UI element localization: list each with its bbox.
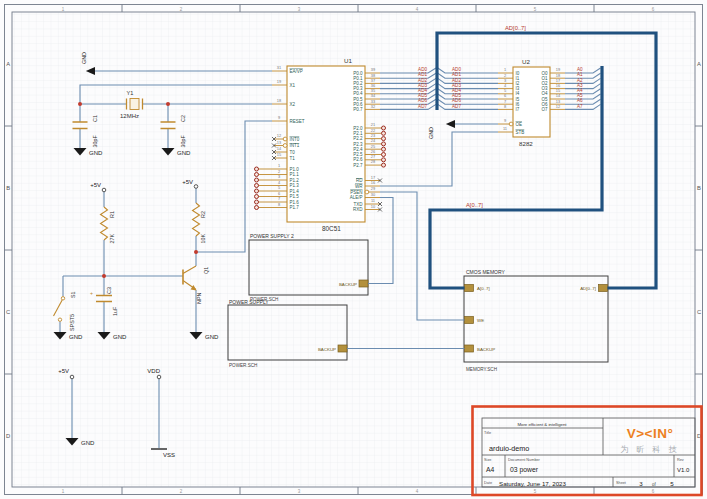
port-a-bus-label: A[0..7] <box>477 286 490 291</box>
u1-pin-name: WR <box>355 184 363 189</box>
u1-pin-name: X2 <box>290 102 296 107</box>
port-backup[interactable] <box>359 280 368 287</box>
capacitor-value: 30pF <box>92 135 98 148</box>
capacitor-value: 1uF <box>112 306 118 316</box>
plus5v-label: +5V <box>182 179 193 185</box>
net-label-ad7: AD7 <box>418 104 427 109</box>
u1-pin-name: INT1 <box>290 143 300 148</box>
u1-pin-name: T0 <box>290 150 296 155</box>
u1-pin-name: RXD <box>353 207 363 212</box>
u2-pin-number: 9 <box>504 118 506 123</box>
u2-pin-number: 12 <box>556 104 560 109</box>
u2-pin-name: I7 <box>516 107 520 112</box>
gnd-label: GND <box>177 150 191 156</box>
block-cmos-memory-title: CMOS MEMORY <box>466 269 505 275</box>
port-backup[interactable] <box>338 345 347 352</box>
plus5v-label: +5V <box>90 182 101 188</box>
u1-pin-number: 25 <box>371 144 375 149</box>
pin-terminal-icon <box>255 184 259 188</box>
net-label-a7: A7 <box>577 104 583 109</box>
vdd-label: VDD <box>147 368 160 374</box>
gnd-label: GND <box>81 52 87 64</box>
port-backup-label: BACKUP <box>477 347 495 352</box>
port-we[interactable] <box>465 317 474 324</box>
active-low-bubble-icon <box>283 137 287 141</box>
u1-pin-name: RESET <box>290 119 305 124</box>
pin-terminal-icon <box>382 163 386 167</box>
u1-pin-name: P1.0 <box>290 167 300 172</box>
zone-row-C: C <box>697 309 701 315</box>
block-power-supply-2-title: POWER SUPPLY 2 <box>250 233 294 239</box>
u1-pin-name: P1.4 <box>290 189 300 194</box>
vss-label: VSS <box>163 452 175 458</box>
u1-pin-name: RD <box>356 178 363 183</box>
plus5v-terminal <box>194 185 198 189</box>
document-number-label: Document Number <box>508 458 541 462</box>
zone-row-B: B <box>697 185 701 191</box>
u1-pin-number: 8 <box>278 202 280 207</box>
u2-pin-name: OE <box>516 122 523 127</box>
bus-a-label: A[0..7] <box>466 202 483 208</box>
plus5v-label: +5V <box>58 368 69 374</box>
gnd-label: GND <box>69 334 83 340</box>
net-label-ad7: AD7 <box>452 104 461 109</box>
plus5v-terminal <box>102 188 106 192</box>
document-number-value: 03 power <box>510 466 539 474</box>
u2-pin-number: 11 <box>503 126 507 131</box>
pin-terminal-icon <box>255 167 259 171</box>
port-we-label: WE <box>477 318 484 323</box>
junction <box>102 274 106 278</box>
active-low-bubble-icon <box>365 190 369 194</box>
u2-pin-name: STB <box>516 130 525 135</box>
u1-pin-number: 12 <box>277 133 281 138</box>
crystal-body[interactable] <box>130 99 139 110</box>
u1-pin-number: 18 <box>277 98 281 103</box>
sheet-number: 3 <box>639 480 643 487</box>
u1-pin-name: P2.2 <box>353 136 363 141</box>
u1-pin-number: 1 <box>278 163 280 168</box>
zone-row-C: C <box>6 309 10 315</box>
u1-pin-number: 19 <box>277 79 281 84</box>
port-backup[interactable] <box>465 345 474 352</box>
crystal-ref: Y1 <box>127 90 134 96</box>
u1-pin-name: P0.7 <box>353 107 363 112</box>
u1-pin-name: PSEN <box>350 190 362 195</box>
pin-terminal-icon <box>382 153 386 157</box>
u1-pin-number: 17 <box>371 175 375 180</box>
sheet-label: Sheet <box>616 481 627 485</box>
size-label: Size <box>484 458 491 462</box>
u1-pin-name: ALE/P <box>350 195 363 200</box>
u1-pin-name: EA/VP <box>290 69 303 74</box>
u1-pin-number: 5 <box>278 185 280 190</box>
pin-terminal-icon <box>382 131 386 135</box>
u2-pin-name: O7 <box>541 107 548 112</box>
zone-row-A: A <box>697 61 701 67</box>
capacitor-polarity: + <box>90 290 93 296</box>
port-backup-label: BACKUP <box>339 282 357 287</box>
size-value: A4 <box>486 466 495 473</box>
pin-terminal-icon <box>255 189 259 193</box>
date-label: Date <box>484 481 492 485</box>
u1-pin-number: 3 <box>278 174 280 179</box>
u1-pin-name: P2.1 <box>353 131 363 136</box>
sheet-total: 5 <box>670 480 674 487</box>
port-a-bus[interactable] <box>465 285 474 292</box>
switch-terminal <box>61 297 64 300</box>
u1-pin-name: T1 <box>290 156 296 161</box>
active-low-bubble-icon <box>509 122 513 126</box>
transistor-ref: Q1 <box>203 267 209 274</box>
date-value: Saturday, June 17, 2023 <box>499 480 567 487</box>
vxin-logo: V><IN° <box>627 426 674 441</box>
u1-pin-name: X1 <box>290 83 296 88</box>
pin-terminal-icon <box>255 195 259 199</box>
u1-pin-number: 11 <box>371 198 375 203</box>
pin-terminal-icon <box>382 142 386 146</box>
plus5v-terminal <box>70 375 74 379</box>
u1-pin-name: TXD <box>354 202 364 207</box>
block-power-supply-file: POWER.SCH <box>229 363 257 368</box>
crystal-value: 12MHz <box>120 113 139 119</box>
port-ad-bus[interactable] <box>599 285 608 292</box>
u1-pin-number: 2 <box>278 169 280 174</box>
u1-pin-number: 28 <box>371 159 375 164</box>
bus-ad-label: AD[0..7] <box>505 25 526 31</box>
